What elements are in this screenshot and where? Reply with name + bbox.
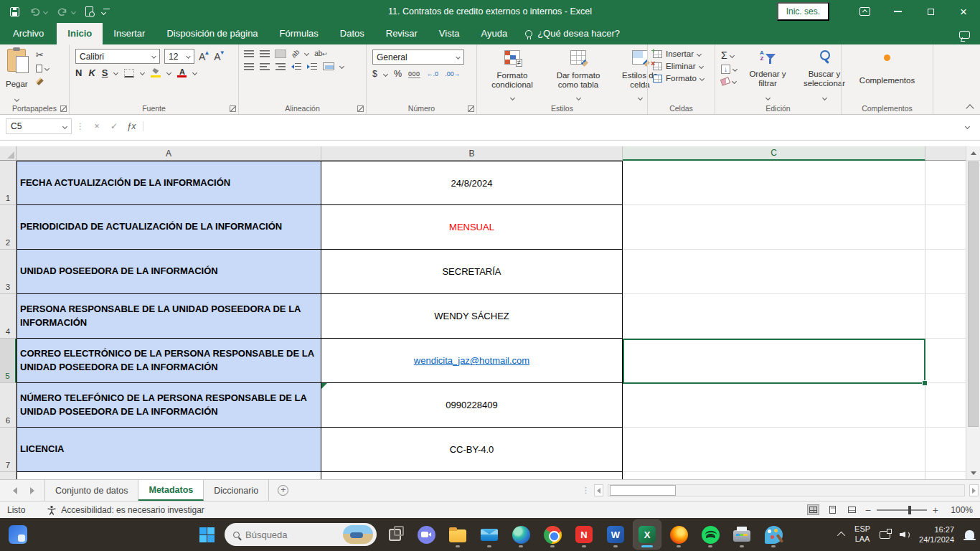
merge-center-icon[interactable] xyxy=(323,62,334,70)
confirm-entry-icon[interactable]: ✓ xyxy=(105,121,123,131)
cell-a5[interactable]: CORREO ELECTRÓNICO DE LA PERSONA RESPONS… xyxy=(17,339,321,383)
ribbon-display-options-button[interactable] xyxy=(848,0,881,23)
align-bottom-icon[interactable] xyxy=(275,50,286,57)
tab-revisar[interactable]: Revisar xyxy=(375,23,428,44)
redo-dropdown-icon[interactable] xyxy=(71,9,76,14)
next-sheet-icon[interactable] xyxy=(30,487,34,494)
cell-a7[interactable]: LICENCIA xyxy=(17,428,321,472)
expand-formula-bar-icon[interactable] xyxy=(964,123,969,128)
sheet-tab-metadatos[interactable]: Metadatos xyxy=(138,480,204,501)
horizontal-scrollbar-thumb[interactable] xyxy=(610,485,676,496)
clock[interactable]: 16:2724/1/2024 xyxy=(919,524,954,545)
row-header-2[interactable]: 2 xyxy=(0,205,17,250)
copy-button[interactable] xyxy=(34,63,51,74)
tab-insertar[interactable]: Insertar xyxy=(103,23,156,44)
zoom-slider[interactable] xyxy=(877,509,927,511)
font-dialog-launcher-icon[interactable] xyxy=(230,105,236,112)
vertical-scrollbar[interactable] xyxy=(966,146,980,479)
cell-c3[interactable] xyxy=(623,250,925,294)
conditional-formatting-button[interactable]: Formato condicional xyxy=(481,49,543,101)
format-cells-button[interactable]: Formato xyxy=(653,74,704,83)
underline-button[interactable]: S xyxy=(102,67,108,78)
word-button[interactable]: W xyxy=(602,520,629,549)
network-icon[interactable] xyxy=(880,531,890,539)
chrome-button[interactable] xyxy=(539,520,566,549)
cell-b1[interactable]: 24/8/2024 xyxy=(321,161,623,205)
align-middle-icon[interactable] xyxy=(260,50,270,57)
increase-indent-icon[interactable] xyxy=(307,63,317,70)
cell-b6[interactable]: 0990228409 xyxy=(321,383,623,428)
firefox-button[interactable] xyxy=(665,520,692,549)
decrease-indent-icon[interactable] xyxy=(291,63,301,70)
align-left-icon[interactable] xyxy=(244,63,254,70)
hscroll-right-icon[interactable] xyxy=(969,484,979,496)
row-header-4[interactable]: 4 xyxy=(0,294,17,339)
column-header-c[interactable]: C xyxy=(623,146,925,161)
sign-in-button[interactable]: Inic. ses. xyxy=(777,2,829,21)
borders-icon[interactable] xyxy=(124,69,134,77)
cell-b7[interactable]: CC-BY-4.0 xyxy=(321,428,623,472)
prev-sheet-icon[interactable] xyxy=(13,487,17,494)
formula-bar-splitter[interactable]: ⋮ xyxy=(76,121,84,131)
currency-format-button[interactable]: $ xyxy=(372,69,377,79)
spotify-button[interactable] xyxy=(697,520,724,549)
align-center-icon[interactable] xyxy=(260,63,270,70)
borders-dropdown-icon[interactable] xyxy=(140,70,145,75)
formula-input[interactable] xyxy=(148,118,956,134)
addins-button[interactable]: Complementos xyxy=(855,47,919,103)
format-painter-button[interactable] xyxy=(34,76,51,87)
italic-button[interactable]: K xyxy=(88,67,95,78)
align-right-icon[interactable] xyxy=(275,63,286,70)
paste-dropdown-icon[interactable] xyxy=(14,97,19,102)
percent-format-button[interactable]: % xyxy=(394,69,402,79)
decrease-decimal-button[interactable]: .00→ xyxy=(445,70,461,77)
save-icon[interactable] xyxy=(10,7,19,17)
scroll-down-icon[interactable] xyxy=(966,466,980,479)
font-name-combo[interactable]: Calibri xyxy=(75,49,160,64)
column-header-b[interactable]: B xyxy=(321,146,623,161)
format-as-table-button[interactable]: Dar formato como tabla xyxy=(546,49,611,101)
cell-b4[interactable]: WENDY SÁCHEZ xyxy=(321,294,623,339)
font-size-combo[interactable]: 12 xyxy=(164,49,194,64)
currency-dropdown-icon[interactable] xyxy=(383,71,388,76)
zoom-percentage[interactable]: 100% xyxy=(946,505,973,515)
print-preview-icon[interactable] xyxy=(85,6,93,17)
sheet-tab-diccionario[interactable]: Diccionario xyxy=(204,480,269,501)
cell-a3[interactable]: UNIDAD POSEEDORA DE LA INFORMACIÓN xyxy=(17,250,321,294)
excel-button[interactable]: X xyxy=(633,520,661,549)
tab-ayuda[interactable]: Ayuda xyxy=(471,23,519,44)
tab-archivo[interactable]: Archivo xyxy=(0,23,57,44)
tab-inicio[interactable]: Inicio xyxy=(57,23,103,44)
tell-me-search[interactable]: ¿Qué desea hacer? xyxy=(518,28,627,44)
task-view-button[interactable] xyxy=(381,520,408,549)
row-header-3[interactable]: 3 xyxy=(0,250,17,294)
minimize-button[interactable] xyxy=(881,0,914,23)
new-sheet-button[interactable]: + xyxy=(269,480,297,501)
insert-cells-button[interactable]: Insertar xyxy=(653,50,704,58)
comma-format-button[interactable]: 000 xyxy=(408,70,420,78)
paste-button[interactable]: Pegar xyxy=(1,47,32,103)
font-color-icon[interactable]: A xyxy=(177,68,187,77)
zoom-in-icon[interactable]: + xyxy=(933,504,938,516)
row-header-1[interactable]: 1 xyxy=(0,161,17,205)
widgets-icon[interactable] xyxy=(9,525,27,544)
cell-c6[interactable] xyxy=(623,383,925,428)
accessibility-status[interactable]: Accesibilidad: es necesario investigar xyxy=(35,505,204,515)
cell-a1[interactable]: FECHA ACTUALIZACIÓN DE LA INFORMACIÓN xyxy=(17,161,321,205)
fill-button[interactable]: ↓ xyxy=(721,65,737,74)
column-header-a[interactable]: A xyxy=(17,146,321,161)
select-all-corner[interactable] xyxy=(0,146,17,161)
cell-c4[interactable] xyxy=(623,294,925,339)
cell-a6[interactable]: NÚMERO TELEFÓNICO DE LA PERSONA RESPONSA… xyxy=(17,383,321,428)
redo-icon[interactable] xyxy=(57,7,68,17)
clear-button[interactable] xyxy=(721,78,737,85)
cell-b5-email-link[interactable]: wendicita_jaz@hotmail.com xyxy=(321,339,623,383)
cell-a4[interactable]: PERSONA RESPONSABLE DE LA UNIDAD POSEEDO… xyxy=(17,294,321,339)
bold-button[interactable]: N xyxy=(75,67,82,78)
tab-formulas[interactable]: Fórmulas xyxy=(269,23,329,44)
increase-font-icon[interactable]: A▲ xyxy=(199,51,209,62)
search-daily-image[interactable] xyxy=(343,525,373,544)
number-format-combo[interactable]: General xyxy=(372,50,464,65)
hscroll-left-icon[interactable] xyxy=(594,484,603,496)
undo-dropdown-icon[interactable] xyxy=(43,9,48,14)
